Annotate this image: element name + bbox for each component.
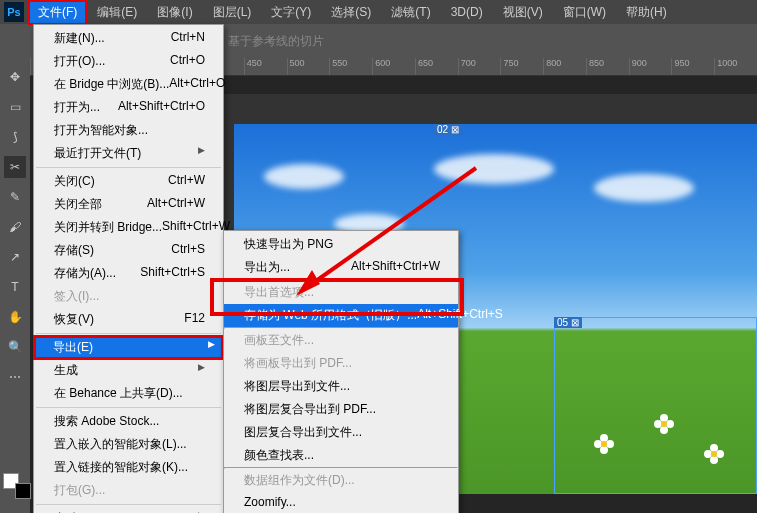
- export-menu-item[interactable]: 将图层导出到文件...: [224, 375, 458, 398]
- export-menu-item[interactable]: 存储为 Web 所用格式（旧版）...Alt+Shift+Ctrl+S: [224, 304, 458, 327]
- marquee-tool-icon[interactable]: ▭: [4, 96, 26, 118]
- menu-9[interactable]: 窗口(W): [553, 0, 616, 25]
- file-menu-item[interactable]: 关闭并转到 Bridge...Shift+Ctrl+W: [34, 216, 223, 239]
- menu-5[interactable]: 选择(S): [321, 0, 381, 25]
- export-menu-item: 画板至文件...: [224, 329, 458, 352]
- file-menu-dropdown: 新建(N)...Ctrl+N打开(O)...Ctrl+O在 Bridge 中浏览…: [33, 24, 224, 513]
- file-menu-item[interactable]: 恢复(V)F12: [34, 308, 223, 331]
- file-menu-item[interactable]: 存储为(A)...Shift+Ctrl+S: [34, 262, 223, 285]
- more-tools-icon[interactable]: ⋯: [4, 366, 26, 388]
- menubar: 文件(F)编辑(E)图像(I)图层(L)文字(Y)选择(S)滤镜(T)3D(D)…: [0, 0, 757, 24]
- slice-label[interactable]: 02 ⊠: [434, 124, 462, 135]
- app-logo: Ps: [4, 2, 24, 22]
- export-menu-item[interactable]: 图层复合导出到文件...: [224, 421, 458, 444]
- menu-2[interactable]: 图像(I): [147, 0, 202, 25]
- menu-7[interactable]: 3D(D): [441, 1, 493, 23]
- file-menu-item: 签入(I)...: [34, 285, 223, 308]
- file-menu-item[interactable]: 打开(O)...Ctrl+O: [34, 50, 223, 73]
- export-menu-item[interactable]: 导出为...Alt+Shift+Ctrl+W: [224, 256, 458, 279]
- export-submenu: 快速导出为 PNG导出为...Alt+Shift+Ctrl+W导出首选项...存…: [223, 230, 459, 513]
- file-menu-item[interactable]: 置入链接的智能对象(K)...: [34, 456, 223, 479]
- menu-8[interactable]: 视图(V): [493, 0, 553, 25]
- file-menu-item[interactable]: 存储(S)Ctrl+S: [34, 239, 223, 262]
- slice-label[interactable]: 05 ⊠: [554, 317, 582, 328]
- file-menu-item[interactable]: 在 Bridge 中浏览(B)...Alt+Ctrl+O: [34, 73, 223, 96]
- file-menu-item[interactable]: 在 Behance 上共享(D)...: [34, 382, 223, 405]
- file-menu-item[interactable]: 打开为...Alt+Shift+Ctrl+O: [34, 96, 223, 119]
- file-menu-item[interactable]: 最近打开文件(T): [34, 142, 223, 165]
- zoom-tool-icon[interactable]: 🔍: [4, 336, 26, 358]
- background-color[interactable]: [15, 483, 31, 499]
- export-menu-item[interactable]: 颜色查找表...: [224, 444, 458, 467]
- file-menu-item[interactable]: 搜索 Adobe Stock...: [34, 410, 223, 433]
- text-tool-icon[interactable]: T: [4, 276, 26, 298]
- menu-0[interactable]: 文件(F): [28, 0, 87, 25]
- brush-tool-icon[interactable]: 🖌: [4, 216, 26, 238]
- export-menu-item: 导出首选项...: [224, 281, 458, 304]
- menu-1[interactable]: 编辑(E): [87, 0, 147, 25]
- menu-6[interactable]: 滤镜(T): [381, 0, 440, 25]
- file-menu-item[interactable]: 置入嵌入的智能对象(L)...: [34, 433, 223, 456]
- file-menu-item[interactable]: 关闭全部Alt+Ctrl+W: [34, 193, 223, 216]
- export-menu-item: 将画板导出到 PDF...: [224, 352, 458, 375]
- export-menu-item[interactable]: 将图层复合导出到 PDF...: [224, 398, 458, 421]
- file-menu-item[interactable]: 导出(E): [33, 335, 224, 360]
- menu-3[interactable]: 图层(L): [203, 0, 262, 25]
- toolbox: ✥ ▭ ⟆ ✂ ✎ 🖌 ↗ T ✋ 🔍 ⋯: [0, 58, 30, 513]
- menu-10[interactable]: 帮助(H): [616, 0, 677, 25]
- eyedropper-tool-icon[interactable]: ✎: [4, 186, 26, 208]
- slice-note: 基于参考线的切片: [228, 33, 324, 50]
- file-menu-item[interactable]: 打开为智能对象...: [34, 119, 223, 142]
- path-tool-icon[interactable]: ↗: [4, 246, 26, 268]
- export-menu-item: 数据组作为文件(D)...: [224, 469, 458, 492]
- lasso-tool-icon[interactable]: ⟆: [4, 126, 26, 148]
- export-menu-item[interactable]: 快速导出为 PNG: [224, 233, 458, 256]
- menu-4[interactable]: 文字(Y): [261, 0, 321, 25]
- hand-tool-icon[interactable]: ✋: [4, 306, 26, 328]
- color-swatch[interactable]: [3, 473, 27, 493]
- crop-tool-icon[interactable]: ✂: [4, 156, 26, 178]
- slice-marker[interactable]: [554, 317, 757, 494]
- file-menu-item[interactable]: 关闭(C)Ctrl+W: [34, 170, 223, 193]
- move-tool-icon[interactable]: ✥: [4, 66, 26, 88]
- file-menu-item[interactable]: 新建(N)...Ctrl+N: [34, 27, 223, 50]
- file-menu-item[interactable]: 自动(U): [34, 507, 223, 513]
- export-menu-item[interactable]: Zoomify...: [224, 492, 458, 512]
- file-menu-item: 打包(G)...: [34, 479, 223, 502]
- file-menu-item[interactable]: 生成: [34, 359, 223, 382]
